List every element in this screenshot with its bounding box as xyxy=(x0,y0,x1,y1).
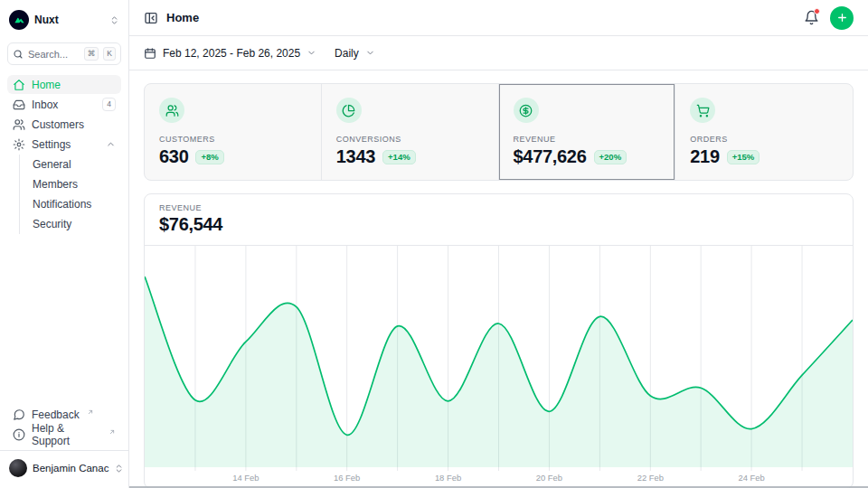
sidebar-top: Nuxt Search... ⌘ K Home xyxy=(7,8,121,234)
stat-label: CUSTOMERS xyxy=(159,135,307,144)
x-axis-tick-label: 24 Feb xyxy=(738,473,764,483)
chart-total-value: $76,544 xyxy=(159,214,838,235)
stat-card-revenue[interactable]: REVENUE $477,626 +20% xyxy=(499,84,676,180)
sidebar-footer: Feedback Help & Support Benjamin Canac xyxy=(7,405,121,481)
sidebar-item-label: General xyxy=(33,158,71,171)
revenue-area-chart[interactable]: 14 Feb16 Feb18 Feb20 Feb22 Feb24 Feb xyxy=(145,246,853,488)
collapse-sidebar-icon[interactable] xyxy=(144,11,158,25)
users-icon xyxy=(13,118,25,131)
chevron-down-icon xyxy=(307,48,316,58)
nuxt-logo-icon xyxy=(9,10,29,30)
stat-card-orders[interactable]: ORDERS 219 +15% xyxy=(675,84,853,180)
delta-badge: +14% xyxy=(382,150,416,164)
chart-series-label: REVENUE xyxy=(159,203,838,212)
x-axis-tick-label: 14 Feb xyxy=(232,473,259,483)
sidebar: Nuxt Search... ⌘ K Home xyxy=(0,0,129,488)
user-menu[interactable]: Benjamin Canac xyxy=(0,450,128,481)
revenue-chart-card: REVENUE $76,544 14 Feb16 Feb18 Feb20 Feb… xyxy=(144,193,854,488)
date-range-value: Feb 12, 2025 - Feb 26, 2025 xyxy=(163,47,300,60)
users-icon xyxy=(159,98,184,123)
sidebar-item-label: Customers xyxy=(32,118,84,131)
stat-value: 219 xyxy=(690,146,719,167)
dollar-circle-icon xyxy=(514,98,539,123)
sidebar-item-settings[interactable]: Settings xyxy=(7,135,121,154)
sidebar-item-label: Settings xyxy=(32,138,71,151)
inbox-icon xyxy=(13,99,25,111)
x-axis-tick-label: 22 Feb xyxy=(637,473,664,483)
stat-label: CONVERSIONS xyxy=(336,135,484,144)
calendar-icon xyxy=(144,47,156,60)
sidebar-nav: Home Inbox 4 Customers xyxy=(7,75,121,234)
chart-header: REVENUE $76,544 xyxy=(145,194,853,246)
search-input[interactable]: Search... ⌘ K xyxy=(7,42,121,65)
header-actions xyxy=(804,6,854,30)
search-placeholder: Search... xyxy=(28,49,80,60)
sidebar-item-home[interactable]: Home xyxy=(7,75,121,94)
x-axis-tick-label: 20 Feb xyxy=(536,473,562,483)
stat-value: 630 xyxy=(159,146,188,167)
info-icon xyxy=(13,428,25,441)
sidebar-item-label: Security xyxy=(33,218,71,230)
feedback-label: Feedback xyxy=(32,408,80,421)
x-axis-tick-label: 18 Feb xyxy=(435,473,461,483)
inbox-count-badge: 4 xyxy=(102,98,116,111)
delta-badge: +15% xyxy=(727,150,760,164)
external-link-icon xyxy=(108,428,116,436)
sidebar-item-label: Inbox xyxy=(32,99,58,111)
sidebar-item-customers[interactable]: Customers xyxy=(7,115,121,134)
main-panel: Home Feb 12, 2025 - Feb 26, 2025 xyxy=(129,0,868,488)
filters-toolbar: Feb 12, 2025 - Feb 26, 2025 Daily xyxy=(129,36,868,70)
stat-label: REVENUE xyxy=(514,135,661,144)
delta-badge: +8% xyxy=(195,150,223,164)
sidebar-item-label: Home xyxy=(32,79,61,91)
help-support-link[interactable]: Help & Support xyxy=(7,425,121,444)
sidebar-item-inbox[interactable]: Inbox 4 xyxy=(7,95,121,114)
dashboard-content: CUSTOMERS 630 +8% CONVERSIONS 1343 +14% xyxy=(129,70,868,488)
kbd-k: K xyxy=(103,47,116,60)
granularity-value: Daily xyxy=(335,47,359,60)
chevron-down-icon xyxy=(365,48,375,58)
chevrons-up-down-icon xyxy=(114,464,124,474)
notification-dot xyxy=(814,8,820,14)
sidebar-item-security[interactable]: Security xyxy=(27,214,121,234)
page-title: Home xyxy=(166,11,199,24)
avatar xyxy=(9,459,27,477)
workspace-name: Nuxt xyxy=(34,14,104,26)
add-button[interactable] xyxy=(830,6,854,30)
home-icon xyxy=(13,79,25,91)
notifications-bell-icon[interactable] xyxy=(804,10,819,25)
stat-cards-group: CUSTOMERS 630 +8% CONVERSIONS 1343 +14% xyxy=(144,83,854,181)
chevron-up-icon xyxy=(106,139,116,149)
user-name: Benjamin Canac xyxy=(33,463,108,474)
sidebar-item-notifications[interactable]: Notifications xyxy=(27,194,121,214)
chat-icon xyxy=(13,408,25,421)
sidebar-item-members[interactable]: Members xyxy=(27,174,121,194)
workspace-switcher[interactable]: Nuxt xyxy=(7,8,121,32)
stat-card-customers[interactable]: CUSTOMERS 630 +8% xyxy=(145,84,322,180)
stat-value: 1343 xyxy=(336,146,375,167)
sidebar-item-label: Notifications xyxy=(33,198,91,211)
settings-submenu: General Members Notifications Security xyxy=(19,155,121,234)
app-window: Nuxt Search... ⌘ K Home xyxy=(0,0,868,488)
search-icon xyxy=(13,49,24,60)
stat-card-conversions[interactable]: CONVERSIONS 1343 +14% xyxy=(322,84,499,180)
sidebar-item-general[interactable]: General xyxy=(27,155,121,174)
gear-icon xyxy=(13,138,25,151)
delta-badge: +20% xyxy=(594,150,627,164)
sidebar-item-label: Members xyxy=(33,178,78,191)
chevrons-up-down-icon xyxy=(109,15,119,25)
help-support-label: Help & Support xyxy=(32,422,101,447)
top-header: Home xyxy=(129,0,868,36)
stat-value: $477,626 xyxy=(514,146,587,167)
date-range-picker[interactable]: Feb 12, 2025 - Feb 26, 2025 xyxy=(144,47,316,60)
granularity-select[interactable]: Daily xyxy=(335,47,375,60)
x-axis-tick-label: 16 Feb xyxy=(334,473,360,483)
stat-label: ORDERS xyxy=(690,135,838,144)
kbd-cmd: ⌘ xyxy=(84,47,99,60)
cart-icon xyxy=(690,98,715,123)
pie-chart-icon xyxy=(336,98,362,123)
external-link-icon xyxy=(87,408,94,416)
